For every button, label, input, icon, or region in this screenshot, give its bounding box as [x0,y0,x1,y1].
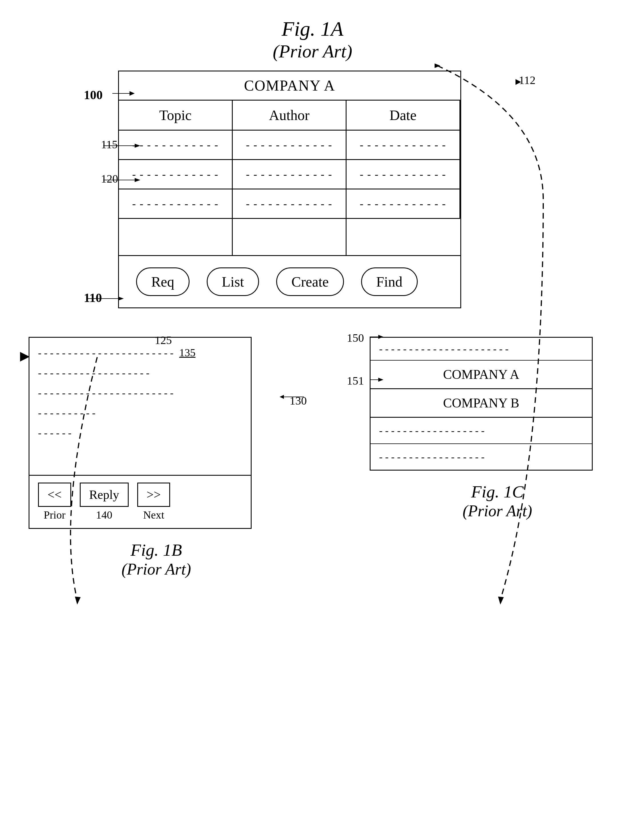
svg-marker-15 [75,597,81,604]
company-header: COMPANY A [119,71,460,101]
list-button[interactable]: List [207,267,259,296]
req-button[interactable]: Req [136,267,190,296]
fig1b-sublabel: (Prior Art) [29,560,284,578]
fig1c-company-b[interactable]: COMPANY B [370,389,592,418]
reply-btn-group: Reply 140 [80,483,129,521]
arrow-112 [516,76,533,88]
forum-table: Topic Author Date - - - - - - - - - - - … [119,101,460,256]
col-topic: Topic [119,101,233,130]
fig1c-top-dashes: - - - - - - - - - - - - - - - - - - - - … [370,338,592,361]
create-button[interactable]: Create [276,267,344,296]
fig1c-company-a[interactable]: COMPANY A [370,361,592,389]
fig1b-line5: - - - - - - [38,427,242,439]
fig1b-line1-row: - - - - - - - - - - - - - - - - - - - - … [38,346,242,359]
fig1b-line3: - - - - - - - - - - - - - - - - - - - - … [38,387,242,399]
arrow-150 [347,334,375,340]
row4-author [233,219,347,256]
forum-main-box: COMPANY A Topic Author Date - - - - - - … [118,71,461,308]
fig1a-title: Fig. 1A [0,17,625,41]
next-label: Next [143,508,165,521]
row3-topic: - - - - - - - - - - - - [119,189,233,219]
fig1c-dash-row1: - - - - - - - - - - - - - - - - - - [370,418,592,444]
row4-topic [119,219,233,256]
fig1c-label: Fig. 1C [370,482,625,502]
reply-ref-label: 140 [96,508,112,521]
fig1c-sublabel: (Prior Art) [370,502,625,520]
svg-marker-10 [280,395,284,399]
row2-date: - - - - - - - - - - - - [347,160,460,189]
fig1b-content: - - - - - - - - - - - - - - - - - - - - … [30,338,251,475]
fig1b-line2: - - - - - - - - - - - - - - - - - - - [38,367,242,379]
fig1b-box: - - - - - - - - - - - - - - - - - - - - … [29,337,252,529]
next-button[interactable]: >> [137,483,170,507]
fig1b-container: ▶ 130 - - - - - - - - - - - - - - - - - … [29,337,284,578]
svg-marker-17 [435,64,440,68]
row2-author: - - - - - - - - - - - - [233,160,347,189]
row1-date: - - - - - - - - - - - - [347,130,460,160]
svg-marker-2 [516,79,521,85]
prior-label: Prior [44,508,65,521]
fig1c-box: - - - - - - - - - - - - - - - - - - - - … [370,337,593,471]
row4-date [347,219,460,256]
fig1c-dash-row2: - - - - - - - - - - - - - - - - - - [370,444,592,470]
fig1a-subtitle: (Prior Art) [0,41,625,62]
row3-date: - - - - - - - - - - - - [347,189,460,219]
fig1b-label: Fig. 1B [29,540,284,560]
svg-marker-16 [498,597,504,604]
col-date: Date [347,101,460,130]
forum-buttons: Req List Create Find [119,256,460,307]
prior-btn-group: << Prior [38,483,71,521]
prior-button[interactable]: << [38,483,71,507]
fig1b-line1: - - - - - - - - - - - - - - - - - - - - … [38,347,174,359]
next-btn-group: >> Next [137,483,170,521]
fig1c-container: 150 151 - - - - - - - - - - - - - - - - … [370,337,625,520]
find-button[interactable]: Find [361,267,418,296]
arrow-130 [281,394,307,400]
row1-topic: - - - - - - - - - - - - [119,130,233,160]
arrow-to-1b: ▶ [20,348,30,363]
fig1b-ref-135: 135 [179,346,196,359]
row3-author: - - - - - - - - - - - - [233,189,347,219]
row1-author: - - - - - - - - - - - - [233,130,347,160]
row2-topic: - - - - - - - - - - - - [119,160,233,189]
reply-button[interactable]: Reply [80,483,129,507]
fig1b-line4: - - - - - - - - - - [38,407,242,419]
arrow-151 [347,377,375,383]
col-author: Author [233,101,347,130]
fig1b-buttons-row: << Prior Reply 140 >> Next [30,475,251,528]
fig1a-title-area: Fig. 1A (Prior Art) [0,0,625,62]
